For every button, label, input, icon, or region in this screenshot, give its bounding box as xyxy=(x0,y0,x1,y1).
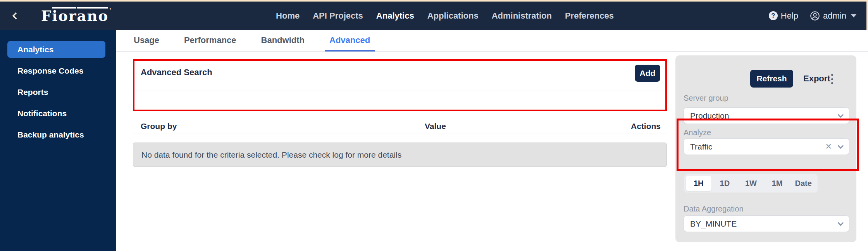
main-content: Usage Performance Bandwidth Advanced Adv… xyxy=(116,30,868,251)
tab-bandwidth[interactable]: Bandwidth xyxy=(257,30,309,52)
tab-usage[interactable]: Usage xyxy=(129,30,164,52)
user-avatar-icon xyxy=(810,11,820,21)
column-header-actions: Actions xyxy=(616,122,661,131)
time-range-1h[interactable]: 1H xyxy=(686,176,711,191)
data-aggregation-value: BY_MINUTE xyxy=(690,219,737,229)
nav-item-preferences[interactable]: Preferences xyxy=(565,11,614,21)
no-data-message: No data found for the criteria selected.… xyxy=(141,150,401,160)
user-menu[interactable]: admin xyxy=(810,11,856,21)
chevron-down-icon xyxy=(838,143,844,149)
logo-text: ior xyxy=(52,7,77,24)
analyze-label: Analyze xyxy=(684,128,711,137)
logo-trademark-tick: ' xyxy=(109,7,112,14)
server-group-value: Production xyxy=(690,111,729,120)
back-button[interactable] xyxy=(10,10,22,22)
username-label: admin xyxy=(823,11,846,21)
nav-item-administration[interactable]: Administration xyxy=(492,11,552,21)
sidebar-item-response-codes[interactable]: Response Codes xyxy=(7,62,105,79)
question-mark-icon: ? xyxy=(769,11,778,20)
refresh-button[interactable]: Refresh xyxy=(750,70,793,88)
column-header-group-by: Group by xyxy=(141,122,177,131)
nav-item-api-projects[interactable]: API Projects xyxy=(313,11,363,21)
data-aggregation-select[interactable]: BY_MINUTE xyxy=(684,215,849,232)
time-range-1w[interactable]: 1W xyxy=(738,176,764,191)
time-range-date[interactable]: Date xyxy=(790,176,816,191)
top-navigation-bar: Fiorano' Home API Projects Analytics App… xyxy=(0,0,868,30)
server-group-label: Server group xyxy=(684,94,728,103)
no-data-message-box: No data found for the criteria selected.… xyxy=(133,143,667,167)
chevron-down-icon xyxy=(851,14,856,17)
kebab-menu-icon[interactable] xyxy=(828,72,836,86)
tab-performance[interactable]: Performance xyxy=(179,30,241,52)
tab-advanced[interactable]: Advanced xyxy=(325,30,375,52)
advanced-search-title: Advanced Search xyxy=(141,67,212,77)
sidebar-item-backup-analytics[interactable]: Backup analytics xyxy=(7,126,105,143)
time-range-group: 1H 1D 1W 1M Date xyxy=(684,174,818,193)
add-button[interactable]: Add xyxy=(635,65,660,82)
nav-item-applications[interactable]: Applications xyxy=(427,11,479,21)
analytics-tabs: Usage Performance Bandwidth Advanced xyxy=(116,30,868,52)
time-range-1d[interactable]: 1D xyxy=(712,176,738,191)
time-range-1m[interactable]: 1M xyxy=(765,176,790,191)
divider xyxy=(133,134,667,134)
help-label: Help xyxy=(781,11,798,21)
analyze-select[interactable]: Traffic × xyxy=(684,138,849,155)
criteria-panel: Refresh Export Server group Production A… xyxy=(675,55,856,242)
data-aggregation-label: Data Aggregation xyxy=(684,205,744,213)
chevron-down-icon xyxy=(838,220,844,226)
help-button[interactable]: ? Help xyxy=(769,11,798,21)
nav-item-analytics[interactable]: Analytics xyxy=(376,11,414,21)
divider xyxy=(134,91,667,91)
sidebar: Analytics Response Codes Reports Notific… xyxy=(0,30,116,251)
sidebar-item-analytics[interactable]: Analytics xyxy=(7,41,105,58)
main-nav: Home API Projects Analytics Applications… xyxy=(276,2,614,30)
server-group-select[interactable]: Production xyxy=(684,107,849,124)
nav-item-home[interactable]: Home xyxy=(276,11,300,21)
logo-text: ano xyxy=(77,7,109,24)
sidebar-item-notifications[interactable]: Notifications xyxy=(7,105,105,122)
chevron-down-icon xyxy=(838,112,844,118)
chevron-left-icon xyxy=(12,12,20,20)
column-header-value: Value xyxy=(425,122,446,131)
fiorano-logo: Fiorano' xyxy=(41,7,112,24)
clear-icon[interactable]: × xyxy=(825,141,832,152)
logo-text: F xyxy=(41,7,52,24)
sidebar-item-reports[interactable]: Reports xyxy=(7,84,105,100)
annotation-box-advanced-search xyxy=(133,59,667,111)
analyze-value: Traffic xyxy=(690,142,712,151)
topbar-right: ? Help admin xyxy=(769,11,856,21)
